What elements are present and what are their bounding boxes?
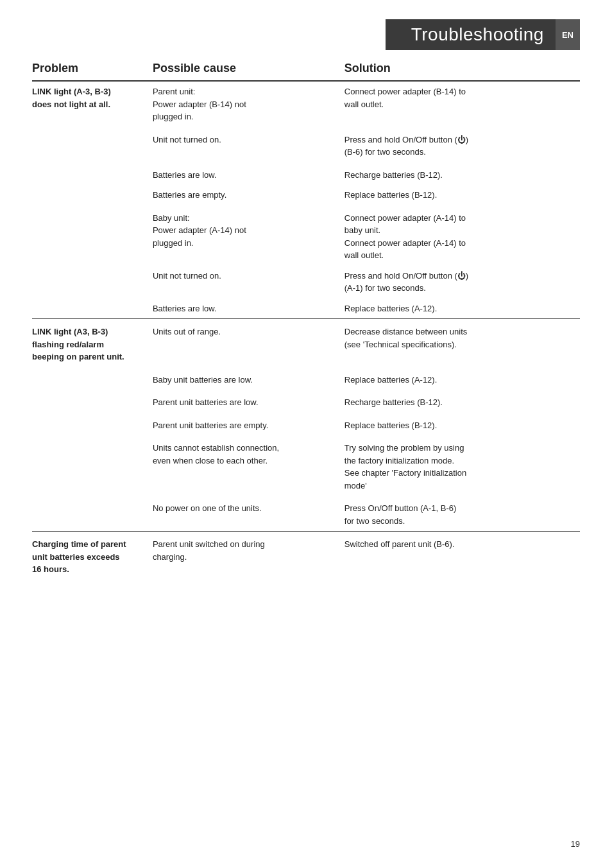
table-row: Parent unit batteries are low.Recharge b… xyxy=(32,392,580,413)
problem-cell xyxy=(32,185,153,205)
problem-cell xyxy=(32,130,153,162)
table-row: Baby unit batteries are low.Replace batt… xyxy=(32,370,580,390)
title-block: Troubleshooting EN xyxy=(386,19,580,50)
table-row: Unit not turned on.Press and hold On/Off… xyxy=(32,130,580,162)
problem-cell xyxy=(32,370,153,390)
page-container: Troubleshooting EN Problem Possible caus… xyxy=(0,0,612,868)
cause-cell: Batteries are empty. xyxy=(153,185,344,205)
table-row: No power on one of the units.Press On/Of… xyxy=(32,498,580,532)
table-row: Units cannot establish connection, even … xyxy=(32,438,580,496)
solution-cell: Try solving the problem by using the fac… xyxy=(344,438,580,496)
solution-cell: Replace batteries (B-12). xyxy=(344,415,580,436)
page-title: Troubleshooting xyxy=(386,19,556,50)
cause-cell: Parent unit batteries are low. xyxy=(153,392,344,413)
solution-cell: Replace batteries (A-12). xyxy=(344,299,580,319)
cause-cell: Unit not turned on. xyxy=(153,130,344,162)
cause-cell: Parent unit batteries are empty. xyxy=(153,415,344,436)
solution-cell: Switched off parent unit (B-6). xyxy=(344,532,580,580)
problem-cell xyxy=(32,165,153,186)
solution-cell: Press and hold On/Off button (⏻) (A-1) f… xyxy=(344,266,580,299)
problem-cell: Charging time of parent unit batteries e… xyxy=(32,532,153,580)
solution-cell: Connect power adapter (A-14) to baby uni… xyxy=(344,208,580,266)
table-row: Parent unit batteries are empty.Replace … xyxy=(32,415,580,436)
cause-cell: No power on one of the units. xyxy=(153,498,344,532)
lang-badge: EN xyxy=(556,19,580,50)
col-problem: Problem xyxy=(32,56,153,81)
problem-cell xyxy=(32,266,153,299)
cause-cell: Unit not turned on. xyxy=(153,266,344,299)
cause-cell: Parent unit switched on during charging. xyxy=(153,532,344,580)
table-row: Batteries are low.Replace batteries (A-1… xyxy=(32,299,580,319)
solution-cell: Decrease distance between units (see 'Te… xyxy=(344,319,580,367)
solution-cell: Replace batteries (B-12). xyxy=(344,185,580,205)
problem-cell xyxy=(32,498,153,532)
table-row: Unit not turned on.Press and hold On/Off… xyxy=(32,266,580,299)
page-number: 19 xyxy=(571,839,580,849)
problem-cell xyxy=(32,208,153,266)
solution-cell: Replace batteries (A-12). xyxy=(344,370,580,390)
table-row: Charging time of parent unit batteries e… xyxy=(32,532,580,580)
troubleshooting-table: Problem Possible cause Solution LINK lig… xyxy=(32,56,580,580)
table-header-row: Problem Possible cause Solution xyxy=(32,56,580,81)
solution-cell: Recharge batteries (B-12). xyxy=(344,165,580,186)
cause-cell: Units cannot establish connection, even … xyxy=(153,438,344,496)
cause-cell: Baby unit batteries are low. xyxy=(153,370,344,390)
cause-cell: Baby unit: Power adapter (A-14) not plug… xyxy=(153,208,344,266)
problem-cell: LINK light (A3, B-3) flashing red/alarm … xyxy=(32,319,153,367)
solution-cell: Recharge batteries (B-12). xyxy=(344,392,580,413)
header-bar: Troubleshooting EN xyxy=(32,19,580,50)
problem-cell xyxy=(32,438,153,496)
table-row: Batteries are empty.Replace batteries (B… xyxy=(32,185,580,205)
cause-cell: Parent unit: Power adapter (B-14) not pl… xyxy=(153,81,344,127)
table-row: LINK light (A-3, B-3) does not light at … xyxy=(32,81,580,127)
problem-cell: LINK light (A-3, B-3) does not light at … xyxy=(32,81,153,127)
cause-cell: Units out of range. xyxy=(153,319,344,367)
problem-cell xyxy=(32,415,153,436)
problem-cell xyxy=(32,392,153,413)
col-cause: Possible cause xyxy=(153,56,344,81)
table-row: LINK light (A3, B-3) flashing red/alarm … xyxy=(32,319,580,367)
cause-cell: Batteries are low. xyxy=(153,165,344,186)
col-solution: Solution xyxy=(344,56,580,81)
table-row: Batteries are low.Recharge batteries (B-… xyxy=(32,165,580,186)
problem-cell xyxy=(32,299,153,319)
cause-cell: Batteries are low. xyxy=(153,299,344,319)
table-row: Baby unit: Power adapter (A-14) not plug… xyxy=(32,208,580,266)
solution-cell: Press and hold On/Off button (⏻) (B-6) f… xyxy=(344,130,580,162)
solution-cell: Connect power adapter (B-14) to wall out… xyxy=(344,81,580,127)
solution-cell: Press On/Off button (A-1, B-6) for two s… xyxy=(344,498,580,532)
